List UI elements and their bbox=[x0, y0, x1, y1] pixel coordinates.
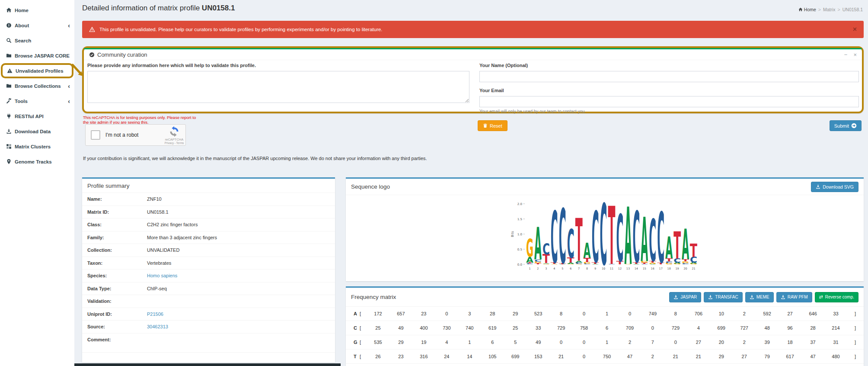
sidebar-item-label: Search bbox=[15, 38, 31, 43]
matrix-cell: 47 bbox=[801, 354, 824, 359]
unvalidated-alert: This profile is unvalidated. Please help… bbox=[82, 21, 864, 38]
profile-row: Comment: bbox=[82, 334, 335, 353]
close-button[interactable]: × bbox=[853, 52, 857, 58]
matrix-meme-button[interactable]: MEME bbox=[745, 292, 774, 302]
sidebar-item-restful-api[interactable]: RESTful API bbox=[0, 109, 74, 124]
matrix-cell: 27 bbox=[733, 354, 756, 359]
matrix-cell: 27 bbox=[687, 340, 710, 345]
sidebar-item-genome-tracks[interactable]: Genome Tracks bbox=[0, 154, 74, 169]
matrix-cell: 592 bbox=[756, 311, 779, 316]
profile-value: UN0158.1 bbox=[147, 209, 169, 215]
matrix-cell: 21 bbox=[550, 354, 573, 359]
matrix-cell: 79 bbox=[756, 354, 779, 359]
collapse-button[interactable]: − bbox=[844, 52, 848, 58]
contribution-note: If your contribution is significant, we … bbox=[83, 156, 427, 161]
matrix-cell: 523 bbox=[527, 311, 550, 316]
curation-info-label: Please provide any information here whic… bbox=[87, 63, 474, 68]
matrix-cell: 0 bbox=[573, 311, 596, 316]
search-icon bbox=[6, 38, 12, 43]
chevron-left-icon: ‹ bbox=[68, 98, 70, 104]
curation-title: Community curation bbox=[97, 51, 147, 58]
breadcrumb-item[interactable]: Matrix bbox=[823, 7, 836, 12]
sidebar-item-download-data[interactable]: Download Data bbox=[0, 124, 74, 139]
curation-textarea[interactable] bbox=[87, 71, 469, 103]
matrix-transfac-button[interactable]: TRANSFAC bbox=[704, 292, 742, 302]
matrix-cell: 730 bbox=[435, 325, 458, 331]
svg-text:8: 8 bbox=[586, 267, 588, 270]
svg-text:1: 1 bbox=[529, 267, 530, 270]
profile-row: Name: ZNF10 bbox=[82, 193, 335, 206]
profile-summary-title: Profile summary bbox=[87, 183, 130, 189]
captcha-warning-text: This reCAPTCHA is for testing purposes o… bbox=[83, 115, 199, 125]
matrix-cell: 400 bbox=[412, 325, 435, 331]
sidebar-item-tools[interactable]: Tools ‹ bbox=[0, 93, 74, 109]
matrix-cell: 153 bbox=[527, 354, 550, 359]
profile-value-link[interactable]: 30462313 bbox=[147, 324, 168, 329]
sidebar-item-browse-jaspar-core[interactable]: Browse JASPAR CORE bbox=[0, 48, 74, 63]
sidebar-item-search[interactable]: Search bbox=[0, 33, 74, 48]
matrix-cell: 28 bbox=[481, 311, 504, 316]
svg-text:A: A bbox=[584, 238, 591, 262]
sidebar-item-matrix-clusters[interactable]: Matrix Clusters bbox=[0, 139, 74, 154]
matrix-cell: 21 bbox=[687, 354, 710, 359]
breadcrumb-item: UN0158.1 bbox=[842, 7, 863, 12]
breadcrumb: Home>Matrix>UN0158.1 bbox=[798, 7, 863, 12]
home-icon bbox=[6, 7, 12, 13]
recaptcha-checkbox[interactable] bbox=[91, 130, 100, 140]
frequency-matrix-header: Frequency matrix JASPAR TRANSFAC MEME RA… bbox=[346, 288, 864, 307]
svg-text:18: 18 bbox=[667, 267, 671, 270]
sidebar-item-unvalidated-profiles[interactable]: Unvalidated Profiles bbox=[1, 63, 73, 78]
svg-text:3: 3 bbox=[545, 267, 547, 270]
matrix-cell: 0 bbox=[573, 340, 596, 345]
download-icon bbox=[6, 128, 12, 134]
submit-button[interactable]: Submit bbox=[830, 120, 862, 131]
svg-text:T: T bbox=[690, 240, 697, 261]
svg-text:C: C bbox=[559, 199, 566, 280]
matrix-cell: 24 bbox=[435, 354, 458, 359]
chevron-left-icon: ‹ bbox=[68, 83, 70, 89]
main-content: Detailed information of matrix profile U… bbox=[74, 0, 868, 366]
matrix-cell: 19 bbox=[412, 340, 435, 345]
breadcrumb-separator: > bbox=[818, 7, 821, 12]
matrix-cell: 4 bbox=[435, 340, 458, 345]
profile-row: Source: 30462313 bbox=[82, 321, 335, 334]
grid-icon bbox=[6, 144, 12, 149]
sidebar-item-label: Browse JASPAR CORE bbox=[15, 53, 70, 58]
sidebar-item-about[interactable]: About ‹ bbox=[0, 18, 74, 33]
profile-value-link[interactable]: Homo sapiens bbox=[147, 273, 177, 278]
sidebar-item-browse-collections[interactable]: Browse Collections ‹ bbox=[0, 78, 74, 93]
page-title: Detailed information of matrix profile U… bbox=[82, 4, 235, 13]
matrix-cell: 10 bbox=[710, 311, 733, 316]
breadcrumb-home[interactable]: Home bbox=[798, 7, 816, 12]
matrix-row-base: A bbox=[354, 311, 360, 316]
matrix-cell: 699 bbox=[710, 325, 733, 331]
recaptcha-privacy-terms[interactable]: Privacy - Terms bbox=[163, 141, 185, 144]
matrix-cell: 33 bbox=[824, 311, 847, 316]
matrix-reverse-comp-button[interactable]: ⇄ Reverse comp. bbox=[815, 292, 858, 302]
sidebar-item-home[interactable]: Home bbox=[0, 3, 74, 18]
annotation-arrow bbox=[71, 61, 87, 80]
matrix-cell: 8 bbox=[664, 311, 687, 316]
matrix-raw-pfm-button[interactable]: RAW PFM bbox=[776, 292, 812, 302]
name-input[interactable] bbox=[479, 71, 859, 82]
matrix-row-C: C [ 254940073074061925337297586709072946… bbox=[346, 321, 864, 335]
svg-text:C: C bbox=[542, 240, 550, 258]
profile-value-link[interactable]: P21506 bbox=[147, 311, 163, 317]
reset-button[interactable]: Reset bbox=[478, 120, 507, 131]
matrix-cell: 96 bbox=[779, 325, 801, 331]
svg-text:C: C bbox=[632, 199, 640, 279]
profile-row-label: Matrix ID: bbox=[82, 209, 147, 215]
arrow-circle-right-icon bbox=[851, 123, 857, 128]
profile-row-label: Source: bbox=[82, 324, 147, 329]
download-svg-button[interactable]: Download SVG bbox=[811, 182, 858, 192]
matrix-cell: 2 bbox=[733, 340, 756, 345]
matrix-cell: 316 bbox=[412, 354, 435, 359]
profile-row-label: Collection: bbox=[82, 247, 147, 253]
svg-text:C: C bbox=[616, 201, 624, 276]
alert-close-button[interactable]: × bbox=[853, 26, 857, 33]
matrix-cell: 27 bbox=[779, 311, 801, 316]
email-input[interactable] bbox=[479, 96, 859, 107]
svg-text:C: C bbox=[567, 222, 574, 267]
matrix-cell: 49 bbox=[389, 325, 412, 331]
matrix-jaspar-button[interactable]: JASPAR bbox=[669, 292, 701, 302]
